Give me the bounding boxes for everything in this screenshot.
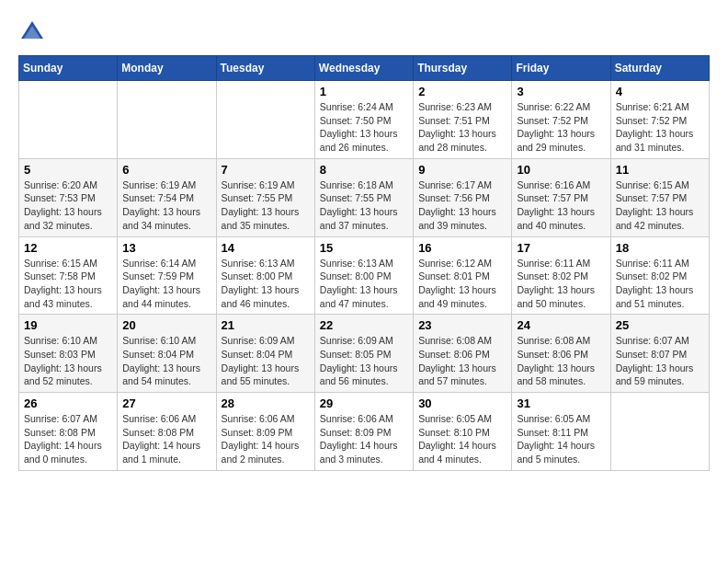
day-number: 25: [616, 318, 704, 332]
day-number: 3: [517, 85, 605, 98]
calendar-week-row: 26Sunrise: 6:07 AMSunset: 8:08 PMDayligh…: [19, 393, 710, 471]
day-info: Sunrise: 6:07 AMSunset: 8:08 PMDaylight:…: [24, 412, 112, 466]
calendar-cell: 15Sunrise: 6:13 AMSunset: 8:00 PMDayligh…: [314, 236, 413, 315]
day-info: Sunrise: 6:20 AMSunset: 7:53 PMDaylight:…: [24, 178, 112, 233]
day-info: Sunrise: 6:11 AMSunset: 8:02 PMDaylight:…: [517, 257, 605, 311]
day-number: 14: [222, 241, 310, 255]
day-number: 21: [222, 318, 310, 332]
day-number: 17: [517, 241, 605, 255]
calendar-cell: 29Sunrise: 6:06 AMSunset: 8:09 PMDayligh…: [314, 393, 413, 471]
day-number: 1: [320, 85, 408, 98]
day-info: Sunrise: 6:21 AMSunset: 7:52 PMDaylight:…: [616, 100, 704, 155]
day-number: 23: [418, 318, 506, 332]
calendar-cell: 9Sunrise: 6:17 AMSunset: 7:56 PMDaylight…: [414, 158, 512, 236]
day-number: 12: [24, 241, 112, 255]
day-info: Sunrise: 6:10 AMSunset: 8:04 PMDaylight:…: [122, 334, 210, 388]
calendar-week-row: 5Sunrise: 6:20 AMSunset: 7:53 PMDaylight…: [19, 158, 710, 236]
calendar-cell: 4Sunrise: 6:21 AMSunset: 7:52 PMDaylight…: [610, 81, 709, 159]
calendar-cell: 1Sunrise: 6:24 AMSunset: 7:50 PMDaylight…: [314, 81, 413, 159]
logo-icon: [18, 18, 46, 46]
day-number: 5: [24, 163, 112, 177]
day-number: 31: [517, 396, 605, 410]
day-info: Sunrise: 6:12 AMSunset: 8:01 PMDaylight:…: [418, 257, 506, 311]
day-info: Sunrise: 6:15 AMSunset: 7:57 PMDaylight:…: [616, 178, 704, 233]
calendar-cell: 24Sunrise: 6:08 AMSunset: 8:06 PMDayligh…: [512, 315, 610, 393]
calendar-cell: 6Sunrise: 6:19 AMSunset: 7:54 PMDaylight…: [118, 158, 216, 236]
day-info: Sunrise: 6:23 AMSunset: 7:51 PMDaylight:…: [418, 100, 506, 155]
calendar-cell: [19, 81, 118, 159]
calendar-cell: 7Sunrise: 6:19 AMSunset: 7:55 PMDaylight…: [216, 158, 314, 236]
calendar-header-tuesday: Tuesday: [216, 56, 314, 81]
calendar-cell: 31Sunrise: 6:05 AMSunset: 8:11 PMDayligh…: [512, 393, 610, 471]
day-info: Sunrise: 6:09 AMSunset: 8:04 PMDaylight:…: [222, 334, 310, 388]
day-number: 2: [418, 85, 506, 98]
calendar-cell: 21Sunrise: 6:09 AMSunset: 8:04 PMDayligh…: [216, 315, 314, 393]
day-info: Sunrise: 6:05 AMSunset: 8:11 PMDaylight:…: [517, 412, 605, 466]
calendar-header-thursday: Thursday: [414, 56, 512, 81]
calendar-cell: 8Sunrise: 6:18 AMSunset: 7:55 PMDaylight…: [314, 158, 413, 236]
calendar-cell: 12Sunrise: 6:15 AMSunset: 7:58 PMDayligh…: [19, 236, 118, 315]
day-info: Sunrise: 6:08 AMSunset: 8:06 PMDaylight:…: [517, 334, 605, 388]
day-number: 26: [24, 396, 112, 410]
calendar-cell: 22Sunrise: 6:09 AMSunset: 8:05 PMDayligh…: [314, 315, 413, 393]
day-number: 10: [517, 163, 605, 177]
calendar-cell: 20Sunrise: 6:10 AMSunset: 8:04 PMDayligh…: [118, 315, 216, 393]
day-number: 9: [418, 163, 506, 177]
day-info: Sunrise: 6:18 AMSunset: 7:55 PMDaylight:…: [320, 178, 408, 233]
calendar-header-monday: Monday: [118, 56, 216, 81]
calendar-cell: [118, 81, 216, 159]
day-number: 7: [222, 163, 310, 177]
calendar-cell: 17Sunrise: 6:11 AMSunset: 8:02 PMDayligh…: [512, 236, 610, 315]
logo: [18, 18, 50, 46]
calendar-cell: 13Sunrise: 6:14 AMSunset: 7:59 PMDayligh…: [118, 236, 216, 315]
day-number: 22: [320, 318, 408, 332]
calendar-week-row: 19Sunrise: 6:10 AMSunset: 8:03 PMDayligh…: [19, 315, 710, 393]
day-number: 11: [616, 163, 704, 177]
day-info: Sunrise: 6:19 AMSunset: 7:55 PMDaylight:…: [222, 178, 310, 233]
calendar-table: SundayMondayTuesdayWednesdayThursdayFrid…: [18, 55, 710, 471]
day-info: Sunrise: 6:15 AMSunset: 7:58 PMDaylight:…: [24, 257, 112, 311]
day-number: 20: [122, 318, 210, 332]
calendar-cell: 26Sunrise: 6:07 AMSunset: 8:08 PMDayligh…: [19, 393, 118, 471]
calendar-cell: 30Sunrise: 6:05 AMSunset: 8:10 PMDayligh…: [414, 393, 512, 471]
day-info: Sunrise: 6:16 AMSunset: 7:57 PMDaylight:…: [517, 178, 605, 233]
day-info: Sunrise: 6:19 AMSunset: 7:54 PMDaylight:…: [122, 178, 210, 233]
calendar-header-friday: Friday: [512, 56, 610, 81]
calendar-cell: 28Sunrise: 6:06 AMSunset: 8:09 PMDayligh…: [216, 393, 314, 471]
day-info: Sunrise: 6:06 AMSunset: 8:09 PMDaylight:…: [222, 412, 310, 466]
day-info: Sunrise: 6:17 AMSunset: 7:56 PMDaylight:…: [418, 178, 506, 233]
day-number: 8: [320, 163, 408, 177]
calendar-header-saturday: Saturday: [610, 56, 709, 81]
day-info: Sunrise: 6:08 AMSunset: 8:06 PMDaylight:…: [418, 334, 506, 388]
calendar-cell: [216, 81, 314, 159]
calendar-cell: 3Sunrise: 6:22 AMSunset: 7:52 PMDaylight…: [512, 81, 610, 159]
page-header: [18, 18, 710, 46]
calendar-week-row: 1Sunrise: 6:24 AMSunset: 7:50 PMDaylight…: [19, 81, 710, 159]
calendar-cell: 18Sunrise: 6:11 AMSunset: 8:02 PMDayligh…: [610, 236, 709, 315]
day-number: 6: [122, 163, 210, 177]
calendar-week-row: 12Sunrise: 6:15 AMSunset: 7:58 PMDayligh…: [19, 236, 710, 315]
calendar-cell: [610, 393, 709, 471]
day-number: 4: [616, 85, 704, 98]
day-number: 30: [418, 396, 506, 410]
calendar-cell: 16Sunrise: 6:12 AMSunset: 8:01 PMDayligh…: [414, 236, 512, 315]
calendar-cell: 27Sunrise: 6:06 AMSunset: 8:08 PMDayligh…: [118, 393, 216, 471]
day-number: 15: [320, 241, 408, 255]
calendar-cell: 10Sunrise: 6:16 AMSunset: 7:57 PMDayligh…: [512, 158, 610, 236]
day-info: Sunrise: 6:06 AMSunset: 8:09 PMDaylight:…: [320, 412, 408, 466]
calendar-cell: 14Sunrise: 6:13 AMSunset: 8:00 PMDayligh…: [216, 236, 314, 315]
day-number: 24: [517, 318, 605, 332]
day-number: 18: [616, 241, 704, 255]
day-info: Sunrise: 6:07 AMSunset: 8:07 PMDaylight:…: [616, 334, 704, 388]
day-info: Sunrise: 6:14 AMSunset: 7:59 PMDaylight:…: [122, 257, 210, 311]
day-info: Sunrise: 6:24 AMSunset: 7:50 PMDaylight:…: [320, 100, 408, 155]
day-info: Sunrise: 6:13 AMSunset: 8:00 PMDaylight:…: [222, 257, 310, 311]
day-info: Sunrise: 6:13 AMSunset: 8:00 PMDaylight:…: [320, 257, 408, 311]
day-number: 19: [24, 318, 112, 332]
day-info: Sunrise: 6:06 AMSunset: 8:08 PMDaylight:…: [122, 412, 210, 466]
day-info: Sunrise: 6:05 AMSunset: 8:10 PMDaylight:…: [418, 412, 506, 466]
calendar-cell: 19Sunrise: 6:10 AMSunset: 8:03 PMDayligh…: [19, 315, 118, 393]
day-number: 28: [222, 396, 310, 410]
calendar-header-sunday: Sunday: [19, 56, 118, 81]
day-number: 13: [122, 241, 210, 255]
